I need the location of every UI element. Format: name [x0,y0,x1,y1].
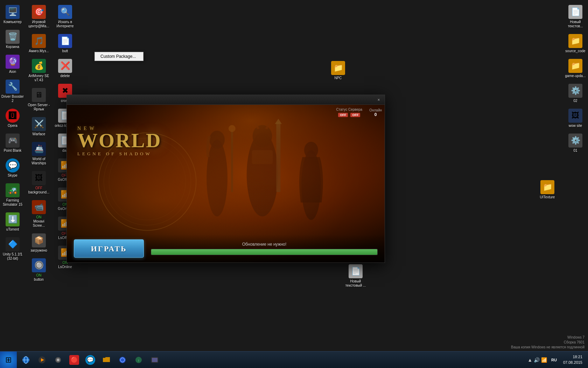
desktop-icon-warface[interactable]: ⚔️ Warface [26,116,51,138]
taskbar: ⊞ 🔴 💬 ↓ [0,351,588,368]
desktop-icon-open-server[interactable]: 🖥 Open Server - Ярлык [26,87,51,113]
taskbar-right: ▲ 🔊 📶 RU 18:21 07.08.2015 [527,354,588,365]
taskbar-ie[interactable] [18,352,34,368]
update-status-text: Обновление не нужно! [151,242,378,247]
right-icon-col: 📄 Новый текстов... 📁 source_code 📁 game-… [563,4,588,154]
launcher-content: NEW WORLD LEGNE OF SHADOW Статус Сервера… [67,105,385,263]
windows-watermark: Windows 7 Сборка 7601 Ваша копия Windows… [511,335,584,350]
desktop-icon-button[interactable]: 🔘 ON button [26,257,51,283]
game-logo-subtitle: LEGNE OF SHADOW [77,151,162,157]
taskbar-app2[interactable]: ↓ [131,352,146,368]
taskbar-folder[interactable] [99,352,114,368]
server-status-col: Статус Сервера OFF OFF [336,108,363,117]
desktop-icon-col-1: 🖥️ Компьютер 🗑️ Корзина 🔮 Aion 🔧 Driver … [0,4,25,262]
desktop-icon-butt[interactable]: 📄 butt [52,33,78,55]
desktop-icon-zagruzhenno[interactable]: 📦 загружено [26,232,51,254]
desktop-icon-point-blank[interactable]: 🎮 Point Blank [0,132,25,154]
desktop-icon-amigo[interactable]: 🎵 Амиго.Муз... [26,33,51,55]
server-status-badges: OFF OFF [336,113,363,117]
language-indicator[interactable]: RU [549,358,559,362]
launcher-window: × [66,95,385,263]
start-button[interactable]: ⊞ [0,352,17,368]
tray-volume[interactable]: 🔊 [534,357,540,363]
context-menu-custom-package[interactable]: Custom Package... [95,52,143,61]
launcher-titlebar: × [67,95,385,105]
desktop-icon-igrovoy[interactable]: 🎯 Игровой центр@Ма... [26,4,51,30]
game-logo: NEW WORLD LEGNE OF SHADOW [77,126,162,157]
taskbar-skype-btn[interactable]: 💬 [83,352,98,368]
desktop-icon-col-2: 🎯 Игровой центр@Ма... 🎵 Амиго.Муз... 💰 A… [26,4,51,283]
update-section: Обновление не нужно! [151,242,378,255]
desktop-icon-aion[interactable]: 🔮 Aion [0,53,25,75]
desktop-icon-movavi[interactable]: 📹 ON Movavi Scree... [26,199,51,229]
desktop-icon-npc[interactable]: 📁 NPC [326,60,351,82]
progress-bar [151,249,378,255]
taskbar-app1[interactable] [115,352,130,368]
desktop-icon-iskaty[interactable]: 🔍 Искать в Интернете [52,4,78,30]
desktop-icon-unity[interactable]: 🔷 Unity 5.1.1f1 (32-bit) [0,236,25,262]
taskbar-red-app[interactable]: 🔴 [66,352,82,368]
svg-point-25 [57,359,59,361]
game-logo-world: WORLD [77,131,162,150]
desktop-icon-background[interactable]: 🖼 OFF background... [26,170,51,196]
taskbar-items: 🔴 💬 ↓ [17,352,527,368]
launcher-bottom-bar: ИГРАТЬ Обновление не нужно! [67,234,385,263]
play-button[interactable]: ИГРАТЬ [74,239,144,258]
close-button[interactable]: × [376,97,382,103]
desktop-icon-utorrent[interactable]: ⬇️ uTorrent [0,211,25,233]
svg-rect-30 [152,358,158,362]
desktop-icon-new-text[interactable]: 📄 Новый текстов... [563,4,588,30]
tray-expand[interactable]: ▲ [527,357,532,363]
tray-network[interactable]: 📶 [541,357,547,363]
taskbar-settings[interactable] [50,352,66,368]
desktop-icon-new-text-file[interactable]: 📄 Новый текстовый ... [343,263,368,289]
desktop-icon-farming[interactable]: 🚜 Farming Simulator 15 [0,182,25,208]
desktop-icon-01[interactable]: ⚙️ 01 [563,132,588,154]
taskbar-media-player[interactable] [34,352,50,368]
desktop-icon-opera[interactable]: 🅾 Opera [0,107,25,129]
system-tray: ▲ 🔊 📶 [527,357,547,363]
desktop-icon-delete[interactable]: ❌ delete [52,57,78,80]
desktop-icon-game-upda[interactable]: 📁 game-upda... [563,57,588,80]
desktop-icon-computer[interactable]: 🖥️ Компьютер [0,4,25,26]
online-col: Онлайн 0 [369,108,382,117]
desktop-icon-uitexture[interactable]: 📁 UITexture [535,179,560,201]
server-info-panel: Статус Сервера OFF OFF Онлайн 0 [336,108,382,117]
taskbar-app3[interactable] [147,352,162,368]
system-clock[interactable]: 18:21 07.08.2015 [561,354,584,365]
svg-text:↓: ↓ [138,358,140,362]
context-menu: Custom Package... [94,52,144,61]
desktop-icon-02[interactable]: ⚙️ 02 [563,82,588,104]
desktop: 🖥️ Компьютер 🗑️ Корзина 🔮 Aion 🔧 Driver … [0,0,588,368]
desktop-icon-source-code[interactable]: 📁 source_code [563,33,588,55]
desktop-icon-driver-booster[interactable]: 🔧 Driver Booster 2 [0,78,25,104]
desktop-icon-world-of-warships[interactable]: 🚢 World of Warships [26,141,51,167]
desktop-icon-artmoney[interactable]: 💰 ArtMoney SE v7.43 [26,57,51,84]
desktop-icon-wow-site[interactable]: 🖼 wow site [563,107,588,129]
progress-bar-fill [151,249,377,255]
desktop-icon-skype[interactable]: 💬 Skype [0,157,25,179]
desktop-icon-recycle[interactable]: 🗑️ Корзина [0,28,25,50]
